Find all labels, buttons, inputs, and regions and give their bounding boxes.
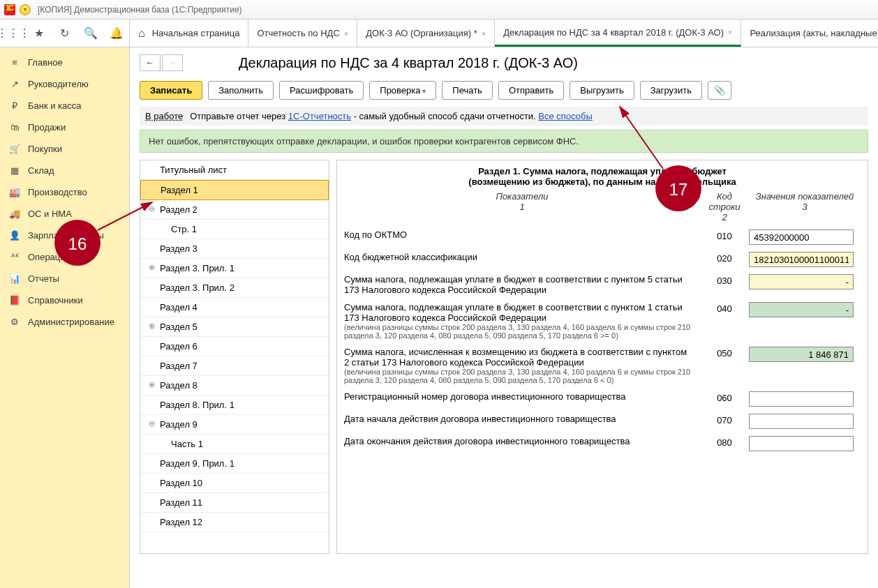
content: ← → Декларация по НДС за 4 квартал 2018 … bbox=[130, 47, 878, 588]
value-input[interactable] bbox=[749, 436, 854, 451]
form-title-line1: Раздел 1. Сумма налога, подлежащая уплат… bbox=[344, 166, 861, 176]
tree-item[interactable]: Раздел 11 bbox=[140, 493, 329, 513]
write-button[interactable]: Записать bbox=[140, 81, 202, 100]
sidebar-item[interactable]: 📊Отчеты bbox=[0, 268, 129, 289]
sidebar-item[interactable]: ₽Банк и касса bbox=[0, 95, 129, 116]
row-subtext: (величина разницы суммы строк 200 раздел… bbox=[344, 323, 693, 340]
tree-item[interactable]: Раздел 8. Прил. 1 bbox=[140, 395, 329, 415]
star-icon[interactable]: ★ bbox=[31, 26, 47, 41]
sidebar: ≡Главное↗Руководителю₽Банк и касса🛍Прода… bbox=[0, 47, 130, 588]
import-button[interactable]: Загрузить bbox=[640, 81, 702, 100]
sidebar-item[interactable]: ≡Главное bbox=[0, 52, 129, 73]
button-row: Записать Заполнить Расшифровать Проверка… bbox=[140, 81, 868, 100]
attach-button[interactable]: 📎 bbox=[708, 81, 731, 100]
tree-item[interactable]: ⊕Раздел 8 bbox=[140, 376, 329, 395]
apps-grid-icon[interactable]: ⋮⋮⋮ bbox=[6, 26, 21, 41]
sidebar-item[interactable]: 🛍Продажи bbox=[0, 116, 129, 138]
tree-item[interactable]: Стр. 1 bbox=[140, 220, 329, 239]
tree-item[interactable]: Часть 1 bbox=[140, 435, 329, 454]
tab-home[interactable]: Начальная страница bbox=[130, 20, 248, 47]
sidebar-item[interactable]: ↗Руководителю bbox=[0, 73, 129, 95]
history-icon[interactable]: ↻ bbox=[57, 26, 73, 41]
tree-item-label: Раздел 9 bbox=[160, 419, 198, 430]
link-all-ways[interactable]: Все способы bbox=[538, 111, 592, 121]
tree-item-label: Стр. 1 bbox=[171, 224, 197, 234]
value-input[interactable] bbox=[749, 347, 854, 362]
link-1c-reporting[interactable]: 1С-Отчетность bbox=[288, 111, 351, 121]
sidebar-item[interactable]: 🏭Производство bbox=[0, 181, 129, 203]
check-button[interactable]: Проверка bbox=[369, 81, 436, 100]
nav-forward-button[interactable]: → bbox=[162, 54, 183, 71]
expand-icon[interactable]: ⊕ bbox=[149, 380, 155, 389]
form-row: Сумма налога, исчисленная к возмещению и… bbox=[344, 347, 861, 384]
sidebar-item[interactable]: ▦Склад bbox=[0, 160, 129, 181]
tree-item[interactable]: ⊕Раздел 5 bbox=[140, 317, 329, 337]
sidebar-item[interactable]: ᴬᴷОперации bbox=[0, 246, 129, 268]
decode-button[interactable]: Расшифровать bbox=[279, 81, 364, 100]
close-icon[interactable]: × bbox=[344, 29, 348, 38]
nav-back-button[interactable]: ← bbox=[140, 54, 161, 71]
sidebar-item-icon: 🚚 bbox=[8, 209, 21, 219]
print-button[interactable]: Печать bbox=[442, 81, 493, 100]
tab-vat-reporting[interactable]: Отчетность по НДС× bbox=[248, 20, 357, 47]
tree-item[interactable]: ⊕Раздел 3. Прил. 1 bbox=[140, 259, 329, 278]
tree-item-label: Раздел 3 bbox=[160, 243, 198, 254]
value-input[interactable] bbox=[749, 252, 854, 267]
tree-item[interactable]: Раздел 12 bbox=[140, 513, 329, 532]
sidebar-item-icon: 🛒 bbox=[8, 144, 21, 154]
tree-item-label: Часть 1 bbox=[171, 439, 203, 449]
expand-icon[interactable]: ⊖ bbox=[149, 204, 155, 213]
tab-declaration[interactable]: Декларация по НДС за 4 квартал 2018 г. (… bbox=[495, 20, 741, 47]
row-subtext: (величина разницы суммы строк 200 раздел… bbox=[344, 368, 693, 384]
page-title: Декларация по НДС за 4 квартал 2018 г. (… bbox=[239, 55, 578, 71]
tree-item[interactable]: Титульный лист bbox=[140, 160, 329, 180]
tree-item[interactable]: Раздел 4 bbox=[140, 298, 329, 317]
tree-item[interactable]: Раздел 3 bbox=[140, 239, 329, 259]
sidebar-item[interactable]: 🛒Покупки bbox=[0, 138, 129, 160]
tree-item[interactable]: Раздел 3. Прил. 2 bbox=[140, 278, 329, 298]
expand-icon[interactable]: ⊕ bbox=[149, 263, 155, 272]
sidebar-item-label: Банк и касса bbox=[28, 100, 82, 111]
tree-item[interactable]: Раздел 7 bbox=[140, 356, 329, 376]
sidebar-item-icon: 📕 bbox=[8, 295, 21, 306]
col-header-indicators: Показатели1 bbox=[344, 191, 700, 223]
tree-item[interactable]: Раздел 6 bbox=[140, 337, 329, 356]
value-input[interactable] bbox=[749, 274, 854, 289]
bell-icon[interactable]: 🔔 bbox=[109, 26, 124, 41]
expand-icon[interactable]: ⊖ bbox=[149, 419, 155, 428]
app-logo-icon bbox=[4, 4, 15, 15]
tab-realization[interactable]: Реализация (акты, накладные)× bbox=[741, 20, 878, 47]
close-icon[interactable]: × bbox=[482, 29, 486, 38]
close-icon[interactable]: × bbox=[728, 28, 732, 36]
nav-buttons: ← → bbox=[140, 54, 183, 71]
tree-item[interactable]: ⊖Раздел 2 bbox=[140, 200, 329, 220]
tree-item[interactable]: ⊖Раздел 9 bbox=[140, 415, 329, 435]
send-button[interactable]: Отправить bbox=[498, 81, 564, 100]
tree-item[interactable]: Раздел 10 bbox=[140, 474, 329, 493]
fill-button[interactable]: Заполнить bbox=[208, 81, 274, 100]
value-input[interactable] bbox=[749, 414, 854, 429]
sidebar-item[interactable]: 🚚ОС и НМА bbox=[0, 203, 129, 225]
search-icon[interactable]: 🔍 bbox=[83, 26, 98, 41]
export-button[interactable]: Выгрузить bbox=[570, 81, 634, 100]
expand-icon[interactable]: ⊕ bbox=[149, 322, 155, 331]
paperclip-icon: 📎 bbox=[714, 85, 725, 96]
tree-item[interactable]: Раздел 9. Прил. 1 bbox=[140, 454, 329, 474]
sidebar-item-label: Руководителю bbox=[28, 79, 89, 89]
form-row: Сумма налога, подлежащая уплате в бюджет… bbox=[344, 274, 861, 295]
tree-item-label: Раздел 4 bbox=[160, 302, 198, 312]
sidebar-item[interactable]: ⚙Администрирование bbox=[0, 311, 129, 333]
titlebar-dropdown-icon[interactable] bbox=[20, 4, 31, 15]
tree-item[interactable]: Раздел 1 bbox=[140, 180, 329, 200]
sidebar-item-icon: 📊 bbox=[8, 273, 21, 284]
value-input[interactable] bbox=[749, 302, 854, 317]
sidebar-item[interactable]: 📕Справочники bbox=[0, 289, 129, 311]
value-input[interactable] bbox=[749, 229, 854, 245]
status-in-work[interactable]: В работе bbox=[145, 111, 183, 121]
status-hint: Отправьте отчет через 1С-Отчетность - са… bbox=[190, 111, 593, 121]
tab-org[interactable]: ДОК-3 АО (Организация) *× bbox=[357, 20, 495, 47]
form-title-line2: (возмещению из бюджета), по данным налог… bbox=[344, 176, 861, 187]
value-input[interactable] bbox=[749, 391, 854, 407]
sidebar-item[interactable]: 👤Зарплата и кадры bbox=[0, 225, 129, 246]
tree-item-label: Раздел 8 bbox=[160, 380, 198, 391]
